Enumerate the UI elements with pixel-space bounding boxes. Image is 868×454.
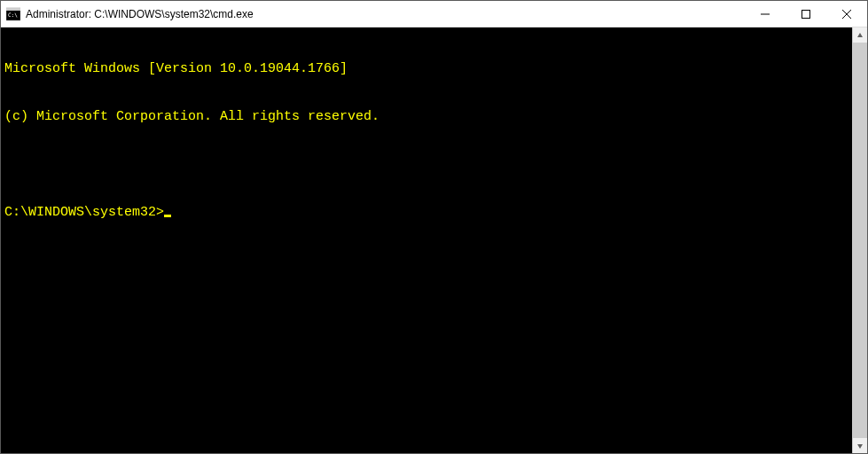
minimize-button[interactable] bbox=[745, 1, 786, 27]
terminal-area: Microsoft Windows [Version 10.0.19044.17… bbox=[1, 27, 867, 453]
window-title: Administrator: C:\WINDOWS\system32\cmd.e… bbox=[26, 8, 254, 20]
svg-rect-1 bbox=[6, 8, 20, 11]
svg-rect-4 bbox=[802, 10, 810, 18]
cursor-icon bbox=[164, 215, 171, 217]
terminal-prompt: C:\WINDOWS\system32> bbox=[4, 205, 164, 221]
terminal-prompt-line: C:\WINDOWS\system32> bbox=[4, 205, 848, 221]
terminal-output-line: Microsoft Windows [Version 10.0.19044.17… bbox=[4, 61, 848, 77]
terminal-output-line: (c) Microsoft Corporation. All rights re… bbox=[4, 109, 848, 125]
svg-marker-7 bbox=[857, 33, 863, 37]
vertical-scrollbar[interactable] bbox=[852, 27, 867, 453]
titlebar-left: C:\ Administrator: C:\WINDOWS\system32\c… bbox=[1, 7, 254, 21]
cmd-window: C:\ Administrator: C:\WINDOWS\system32\c… bbox=[0, 0, 868, 454]
scrollbar-thumb[interactable] bbox=[853, 43, 867, 438]
scrollbar-track[interactable] bbox=[853, 43, 867, 438]
svg-text:C:\: C:\ bbox=[8, 12, 18, 18]
close-button[interactable] bbox=[826, 1, 867, 27]
terminal-blank-line bbox=[4, 157, 848, 173]
terminal-content[interactable]: Microsoft Windows [Version 10.0.19044.17… bbox=[1, 27, 852, 453]
window-controls bbox=[745, 1, 867, 27]
svg-marker-8 bbox=[857, 444, 863, 449]
cmd-icon: C:\ bbox=[6, 7, 20, 21]
titlebar[interactable]: C:\ Administrator: C:\WINDOWS\system32\c… bbox=[1, 1, 867, 27]
scroll-up-button[interactable] bbox=[853, 27, 867, 43]
maximize-button[interactable] bbox=[786, 1, 826, 27]
scroll-down-button[interactable] bbox=[853, 438, 867, 453]
